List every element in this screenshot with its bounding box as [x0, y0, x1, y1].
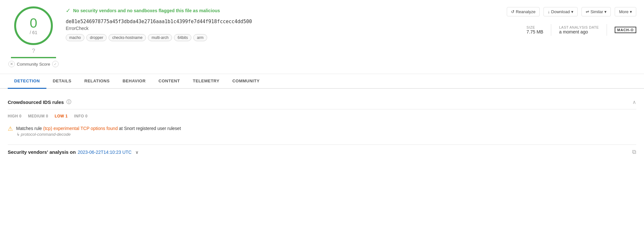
similar-chevron-icon: ▾ — [604, 9, 607, 14]
rule-prefix: Matches rule — [16, 126, 42, 131]
ids-filters: HIGH 0 MEDIUM 0 LOW 1 INFO 0 — [8, 109, 636, 122]
file-hash: de81e5246978775a45f3dbda43e2716aaa1b1c43… — [66, 19, 500, 24]
progress-bar — [11, 57, 56, 58]
tab-detection[interactable]: DETECTION — [8, 74, 46, 89]
safe-text: No security vendors and no sandboxes fla… — [73, 8, 220, 13]
analysis-date-link[interactable]: 2023-06-22T14:10:23 UTC — [78, 150, 131, 155]
rule-protocol: ↳ protocol-command-decode — [16, 132, 181, 137]
reanalyze-icon: ↺ — [511, 9, 514, 14]
tab-details[interactable]: DETAILS — [46, 74, 78, 89]
rule-link[interactable]: (tcp) experimental TCP options found — [43, 126, 118, 131]
main-content: Crowdsourced IDS rules ⓘ ∧ HIGH 0 MEDIUM… — [0, 89, 644, 166]
analysis-section-header: Security vendors' analysis on 2023-06-22… — [8, 144, 636, 159]
download-chevron-icon: ▾ — [571, 9, 573, 14]
tab-behavior[interactable]: BEHAVIOR — [116, 74, 152, 89]
size-value: 7.75 MB — [526, 29, 543, 34]
download-button[interactable]: ↓ Download ▾ — [543, 7, 577, 16]
tag-checks-hostname[interactable]: checks-hostname — [109, 34, 146, 41]
tab-community[interactable]: COMMUNITY — [226, 74, 266, 89]
score-value: 0 — [30, 16, 37, 30]
download-label: Download — [551, 9, 570, 14]
safe-banner: ✓ No security vendors and no sandboxes f… — [66, 7, 500, 14]
ids-info-icon[interactable]: ⓘ — [66, 99, 71, 105]
safe-check-icon: ✓ — [66, 7, 71, 14]
community-score-x-icon[interactable]: ✕ — [8, 61, 15, 67]
score-total: / 61 — [30, 30, 37, 35]
more-button[interactable]: More ▾ — [615, 7, 636, 16]
download-icon: ↓ — [548, 9, 550, 14]
top-actions: ↺ Reanalyze ↓ Download ▾ ⇌ Similar ▾ Mor… — [507, 6, 636, 16]
meta-divider-1 — [551, 24, 551, 36]
ids-filter-medium[interactable]: MEDIUM 0 — [28, 114, 48, 118]
tag-macho[interactable]: macho — [66, 34, 84, 41]
file-name: ErrorCheck — [66, 26, 500, 31]
tags-container: macho dropper checks-hostname multi-arch… — [66, 34, 500, 41]
tag-dropper[interactable]: dropper — [86, 34, 107, 41]
reanalyze-label: Reanalyze — [516, 9, 535, 14]
size-label: Size — [526, 25, 543, 29]
copy-icon[interactable]: ⧉ — [632, 149, 636, 155]
meta-divider-2 — [607, 24, 607, 36]
tab-telemetry[interactable]: TELEMETRY — [186, 74, 226, 89]
file-type-icon: MACH-O — [615, 27, 636, 33]
analysis-prefix: Security vendors' analysis on — [8, 149, 76, 155]
ids-section-title: Crowdsourced IDS rules ⓘ — [8, 99, 71, 105]
tab-relations[interactable]: RELATIONS — [78, 74, 116, 89]
score-circle: 0 / 61 — [14, 6, 53, 45]
community-score-label: Community Score — [17, 62, 50, 67]
reanalyze-button[interactable]: ↺ Reanalyze — [507, 7, 540, 16]
analysis-date-meta: Last Analysis Date a moment ago — [559, 25, 599, 34]
similar-icon: ⇌ — [586, 9, 589, 14]
similar-label: Similar — [591, 9, 603, 14]
question-icon: ? — [32, 48, 35, 54]
more-chevron-icon: ▾ — [630, 9, 632, 14]
last-analysis-value: a moment ago — [559, 29, 599, 34]
progress-bar-green — [11, 57, 56, 58]
ids-rule: ⚠ Matches rule (tcp) experimental TCP op… — [8, 122, 636, 142]
analysis-chevron-icon[interactable]: ∨ — [135, 150, 139, 155]
ids-filter-high[interactable]: HIGH 0 — [8, 114, 22, 118]
rule-suffix: at Snort registered user ruleset — [119, 126, 181, 131]
last-analysis-label: Last Analysis Date — [559, 25, 599, 29]
score-circle-container: 0 / 61 ? ✕ Community Score ✓ — [8, 6, 59, 67]
community-score-check-icon[interactable]: ✓ — [52, 61, 59, 67]
tab-content[interactable]: CONTENT — [152, 74, 186, 89]
tag-arm[interactable]: arm — [193, 34, 207, 41]
ids-filter-low[interactable]: LOW 1 — [55, 114, 68, 118]
tag-64bits[interactable]: 64bits — [174, 34, 191, 41]
warning-icon: ⚠ — [8, 125, 13, 132]
rule-text: Matches rule (tcp) experimental TCP opti… — [16, 125, 181, 132]
ids-filter-info[interactable]: INFO 0 — [74, 114, 88, 118]
similar-button[interactable]: ⇌ Similar ▾ — [582, 7, 611, 16]
tabs-bar: DETECTION DETAILS RELATIONS BEHAVIOR CON… — [0, 74, 644, 89]
rule-content: Matches rule (tcp) experimental TCP opti… — [16, 125, 181, 137]
community-score-row: ✕ Community Score ✓ — [8, 61, 58, 67]
size-meta: Size 7.75 MB — [526, 25, 543, 34]
ids-section-header: Crowdsourced IDS rules ⓘ ∧ — [8, 95, 636, 109]
file-meta: Size 7.75 MB Last Analysis Date a moment… — [526, 24, 636, 36]
file-info: ✓ No security vendors and no sandboxes f… — [66, 6, 500, 41]
top-bar: 0 / 61 ? ✕ Community Score ✓ ✓ No securi… — [0, 0, 644, 74]
ids-title-text: Crowdsourced IDS rules — [8, 99, 64, 105]
analysis-title-row: Security vendors' analysis on 2023-06-22… — [8, 149, 139, 155]
tag-multi-arch[interactable]: multi-arch — [148, 34, 172, 41]
more-label: More — [619, 9, 629, 14]
ids-collapse-icon[interactable]: ∧ — [632, 99, 636, 105]
